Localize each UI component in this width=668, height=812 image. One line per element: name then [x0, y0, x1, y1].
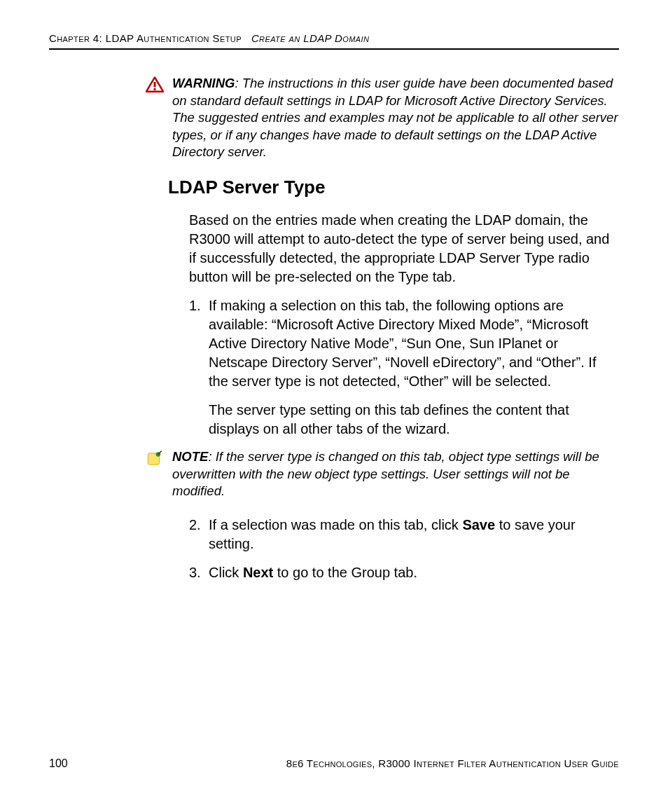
page: Chapter 4: LDAP Authentication SetupCrea…: [0, 0, 668, 812]
note-callout: NOTE: If the server type is changed on t…: [168, 448, 619, 500]
list-body: Click Next to go to the Group tab.: [209, 563, 619, 582]
note-text: NOTE: If the server type is changed on t…: [172, 448, 619, 500]
list-item: 1. If making a selection on this tab, th…: [189, 296, 619, 439]
svg-rect-2: [154, 88, 156, 90]
header-section: Create an LDAP Domain: [251, 32, 369, 44]
list-text-bold: Next: [243, 565, 273, 580]
note-body: : If the server type is changed on this …: [172, 449, 599, 498]
ordered-list: 1. If making a selection on this tab, th…: [189, 296, 619, 439]
content-area: WARNING: The instructions in this user g…: [168, 50, 619, 582]
list-body: If a selection was made on this tab, cli…: [209, 516, 619, 553]
list-item: 2. If a selection was made on this tab, …: [189, 516, 619, 553]
list-number: 1.: [189, 296, 209, 439]
warning-body: : The instructions in this user guide ha…: [172, 76, 618, 159]
warning-callout: WARNING: The instructions in this user g…: [168, 75, 619, 161]
list-text-pre: Click: [209, 565, 243, 580]
page-footer: 100 8e6 Technologies, R3000 Internet Fil…: [49, 757, 619, 770]
list-number: 2.: [189, 516, 209, 553]
list-number: 3.: [189, 563, 209, 582]
warning-label: WARNING: [172, 76, 235, 90]
header-chapter: Chapter 4: LDAP Authentication Setup: [49, 32, 242, 44]
svg-rect-1: [154, 82, 156, 87]
ordered-list-cont: 2. If a selection was made on this tab, …: [189, 516, 619, 582]
list-text: If making a selection on this tab, the f…: [209, 298, 597, 389]
note-icon: [146, 448, 165, 471]
list-text-bold: Save: [462, 517, 495, 532]
intro-paragraph: Based on the entries made when creating …: [189, 211, 619, 287]
list-text-pre: If a selection was made on this tab, cli…: [209, 517, 462, 532]
warning-text: WARNING: The instructions in this user g…: [172, 75, 619, 161]
section-heading: LDAP Server Type: [168, 177, 619, 198]
list-item: 3. Click Next to go to the Group tab.: [189, 563, 619, 582]
page-number: 100: [49, 757, 68, 770]
list-subtext: The server type setting on this tab defi…: [209, 401, 619, 439]
footer-text: 8e6 Technologies, R3000 Internet Filter …: [286, 757, 619, 769]
list-body: If making a selection on this tab, the f…: [209, 296, 619, 439]
list-text-post: to go to the Group tab.: [273, 565, 417, 580]
page-header: Chapter 4: LDAP Authentication SetupCrea…: [49, 32, 619, 50]
warning-icon: [146, 75, 165, 96]
note-label: NOTE: [172, 449, 208, 464]
